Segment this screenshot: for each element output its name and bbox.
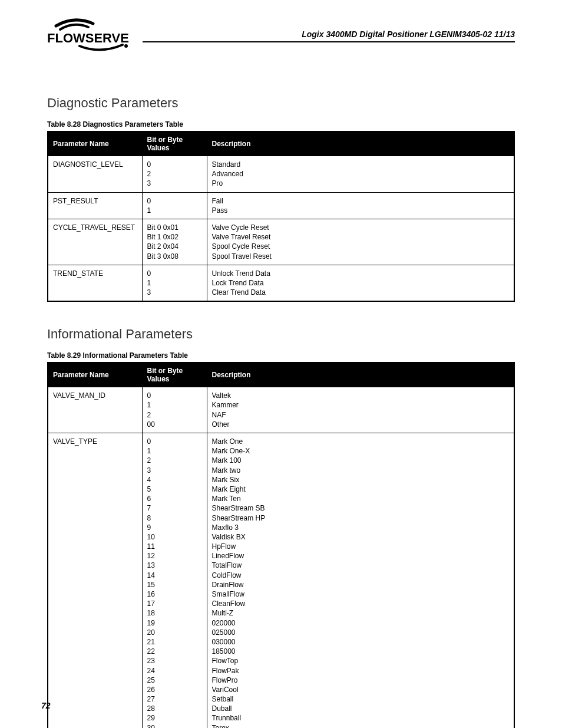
value-line: 19 [147, 618, 202, 628]
description-line: SmallFlow [212, 589, 510, 599]
description-line: Unlock Trend Data [212, 269, 510, 278]
parameters-table: Parameter NameBit or Byte ValuesDescript… [47, 131, 515, 302]
bit-byte-values-cell: 023 [142, 156, 207, 193]
description-cell: Valve Cycle ResetValve Travel ResetSpool… [207, 219, 514, 265]
value-line: 21 [147, 637, 202, 647]
value-line: 3 [147, 179, 202, 188]
parameters-table: Parameter NameBit or Byte ValuesDescript… [47, 362, 515, 728]
column-header: Parameter Name [48, 363, 142, 387]
bit-byte-values-cell: Bit 0 0x01Bit 1 0x02Bit 2 0x04Bit 3 0x08 [142, 219, 207, 265]
value-line: 10 [147, 532, 202, 542]
value-line: 1 [147, 278, 202, 288]
bit-byte-values-cell: 01200 [142, 387, 207, 433]
value-line: 17 [147, 599, 202, 608]
value-line: 1 [147, 446, 202, 456]
logo-text: FLOWSERVE [47, 31, 129, 45]
description-line: NAF [212, 410, 510, 420]
description-line: LinedFlow [212, 551, 510, 561]
description-line: FlowPak [212, 666, 510, 676]
description-cell: Mark OneMark One-XMark 100Mark twoMark S… [207, 433, 514, 729]
description-line: DrainFlow [212, 580, 510, 589]
description-line: Spool Travel Reset [212, 252, 510, 261]
table-caption: Table 8.28 Diagnostics Parameters Table [47, 120, 515, 129]
value-line: 4 [147, 475, 202, 485]
value-line: 9 [147, 523, 202, 532]
flowserve-logo: FLOWSERVE [47, 18, 135, 54]
description-line: FlowTop [212, 656, 510, 666]
description-line: Spool Cycle Reset [212, 242, 510, 251]
table-row: TREND_STATE013Unlock Trend DataLock Tren… [48, 265, 514, 301]
column-header: Parameter Name [48, 131, 142, 156]
description-line: Valtek [212, 391, 510, 400]
parameter-name-cell: VALVE_TYPE [48, 433, 142, 729]
column-header: Bit or Byte Values [142, 131, 207, 156]
value-line: 6 [147, 494, 202, 503]
table-caption: Table 8.29 Informational Parameters Tabl… [47, 351, 515, 360]
page-header: FLOWSERVE Logix 3400MD Digital Positione… [47, 18, 515, 54]
page-number: 72 [41, 701, 51, 710]
description-cell: ValtekKammerNAFOther [207, 387, 514, 433]
value-line: 3 [147, 288, 202, 297]
description-line: Mark Ten [212, 494, 510, 503]
bit-byte-values-cell: 01 [142, 192, 207, 219]
description-line: CleanFlow [212, 599, 510, 608]
value-line: 0 [147, 196, 202, 206]
value-line: 16 [147, 589, 202, 599]
table-row: DIAGNOSTIC_LEVEL023StandardAdvancedPro [48, 156, 514, 193]
parameter-name-cell: CYCLE_TRAVEL_RESET [48, 219, 142, 265]
parameter-name-cell: VALVE_MAN_ID [48, 387, 142, 433]
description-line: Kammer [212, 400, 510, 410]
value-line: 18 [147, 608, 202, 618]
value-line: 0 [147, 391, 202, 400]
value-line: Bit 3 0x08 [147, 252, 202, 261]
value-line: 29 [147, 713, 202, 723]
value-line: 0 [147, 269, 202, 278]
value-line: 5 [147, 485, 202, 494]
description-line: 020000 [212, 618, 510, 628]
column-header: Description [207, 131, 514, 156]
description-line: Mark Six [212, 475, 510, 485]
description-line: ShearStream SB [212, 503, 510, 513]
description-line: Pass [212, 206, 510, 215]
value-line: 1 [147, 206, 202, 215]
description-line: Other [212, 420, 510, 429]
value-line: 25 [147, 676, 202, 685]
value-line: Bit 1 0x02 [147, 232, 202, 242]
description-line: Mark 100 [212, 456, 510, 465]
document-title: Logix 3400MD Digital Positioner LGENIM34… [143, 29, 515, 39]
description-line: ShearStream HP [212, 513, 510, 523]
svg-point-0 [124, 44, 128, 48]
value-line: 27 [147, 694, 202, 704]
section-heading: Informational Parameters [47, 327, 515, 342]
value-line: 0 [147, 160, 202, 169]
value-line: 3 [147, 466, 202, 475]
value-line: 15 [147, 580, 202, 589]
description-cell: Unlock Trend DataLock Trend DataClear Tr… [207, 265, 514, 301]
value-line: 14 [147, 571, 202, 580]
description-line: Fail [212, 196, 510, 206]
description-line: Setball [212, 694, 510, 704]
description-line: Mark Eight [212, 485, 510, 494]
description-line: Duball [212, 704, 510, 713]
parameter-name-cell: DIAGNOSTIC_LEVEL [48, 156, 142, 193]
value-line: 2 [147, 410, 202, 420]
value-line: 20 [147, 628, 202, 637]
description-line: Valve Cycle Reset [212, 223, 510, 232]
parameter-name-cell: PST_RESULT [48, 192, 142, 219]
value-line: 2 [147, 456, 202, 465]
description-line: FlowPro [212, 676, 510, 685]
value-line: 12 [147, 551, 202, 561]
description-line: Multi-Z [212, 608, 510, 618]
description-line: 030000 [212, 637, 510, 647]
header-divider [143, 41, 515, 42]
description-line: 025000 [212, 628, 510, 637]
value-line: 8 [147, 513, 202, 523]
value-line: Bit 0 0x01 [147, 223, 202, 232]
description-line: VariCool [212, 685, 510, 694]
parameter-name-cell: TREND_STATE [48, 265, 142, 301]
bit-byte-values-cell: 013 [142, 265, 207, 301]
description-cell: StandardAdvancedPro [207, 156, 514, 193]
column-header: Bit or Byte Values [142, 363, 207, 387]
description-line: 185000 [212, 647, 510, 656]
description-line: Lock Trend Data [212, 278, 510, 288]
